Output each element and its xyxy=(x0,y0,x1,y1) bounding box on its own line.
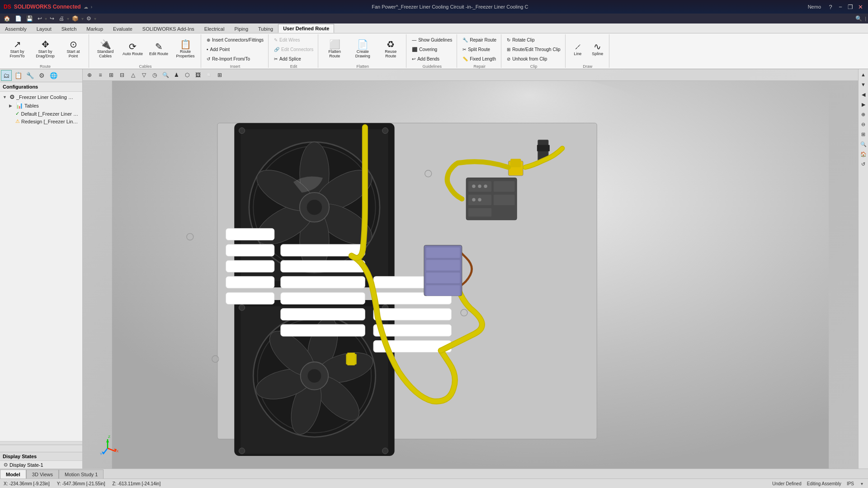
edit-route-btn[interactable]: ✎ Edit Route xyxy=(146,35,171,63)
start-drag-drop-btn[interactable]: ✥ Start by Drag/Drop xyxy=(32,35,59,63)
rp-btn-2[interactable]: ▼ xyxy=(859,80,868,89)
vt-photo-btn[interactable]: 🖼 xyxy=(193,70,203,80)
tab-layout[interactable]: Layout xyxy=(32,24,57,33)
home-btn[interactable]: 🏠 xyxy=(2,14,12,23)
tab-addins[interactable]: SOLIDWORKS Add-Ins xyxy=(137,24,199,33)
add-bends-btn[interactable]: ↩ Add Bends xyxy=(409,54,455,63)
undo-btn[interactable]: ↩ xyxy=(36,14,44,23)
edit-connectors-icon: 🔗 xyxy=(274,47,279,52)
tab-markup[interactable]: Markup xyxy=(81,24,108,33)
appearance-tab[interactable]: ⚙ xyxy=(36,70,47,81)
restore-btn[interactable]: ❐ xyxy=(846,3,854,11)
tab-sketch[interactable]: Sketch xyxy=(57,24,82,33)
vt-chess-btn[interactable]: ♟ xyxy=(171,70,181,80)
rp-btn-1[interactable]: ▲ xyxy=(859,70,868,79)
search-btn[interactable]: 🔍 xyxy=(854,14,864,23)
edit-wires-btn[interactable]: ✎ Edit Wires xyxy=(271,35,316,44)
display-states-panel: Display States ⊙ Display State-1 xyxy=(0,452,82,469)
display-states-header[interactable]: Display States xyxy=(0,452,82,461)
property-tab[interactable]: 📋 xyxy=(13,70,24,81)
rp-btn-9[interactable]: 🏠 xyxy=(859,150,868,159)
vt-hex-btn[interactable]: ⬡ xyxy=(182,70,192,80)
tab-assembly[interactable]: Assembly xyxy=(0,24,32,33)
route-edit-through-clip-btn[interactable]: ⊞ Route/Edit Through Clip xyxy=(504,45,563,54)
svg-rect-66 xyxy=(494,195,515,205)
tree-item-redesign[interactable]: ⚠ Redesign [_Freezer Liner Co xyxy=(1,117,81,125)
create-drawing-btn[interactable]: 📄 Create Drawing xyxy=(349,35,376,63)
reuse-route-btn[interactable]: ♻ Reuse Route xyxy=(377,35,404,63)
rp-btn-6[interactable]: ⊖ xyxy=(859,120,868,129)
rotate-clip-btn[interactable]: ↻ Rotate Clip xyxy=(504,35,563,44)
reimport-from-to-btn[interactable]: ↺ Re-Import From/To xyxy=(204,54,266,63)
route-properties-btn[interactable]: 📋 Route Properties xyxy=(172,35,199,63)
unhook-from-clip-btn[interactable]: ⊘ Unhook from Clip xyxy=(504,54,563,63)
edit-wires-icon: ✎ xyxy=(274,38,278,42)
left-scrollbar[interactable] xyxy=(0,441,82,445)
add-point-btn[interactable]: • Add Point xyxy=(204,45,266,54)
tab-evaluate[interactable]: Evaluate xyxy=(108,24,137,33)
start-at-point-btn[interactable]: ⊙ Start at Point xyxy=(60,35,87,63)
tab-model[interactable]: Model xyxy=(0,469,26,479)
add-splice-btn[interactable]: ✂ Add Splice xyxy=(271,54,316,63)
tab-user-defined-route[interactable]: User Defined Route xyxy=(278,24,334,33)
custom-tab[interactable]: 🌐 xyxy=(48,70,59,81)
vt-wireframe-btn[interactable]: ⊞ xyxy=(106,70,116,80)
minimize-btn[interactable]: − xyxy=(836,3,844,11)
flatten-route-btn[interactable]: ⬜ Flatten Route xyxy=(321,35,348,63)
rp-btn-10[interactable]: ↺ xyxy=(859,160,868,169)
tree-item-root[interactable]: ▼ ⚙ _Freezer Liner Cooling Circuit Confi xyxy=(1,93,81,101)
tab-piping[interactable]: Piping xyxy=(229,24,253,33)
rp-btn-3[interactable]: ◀ xyxy=(859,90,868,99)
vt-search-btn[interactable]: 🔍 xyxy=(160,70,170,80)
covering-btn[interactable]: ⬛ Covering xyxy=(409,45,455,54)
edit-wires-col: ✎ Edit Wires 🔗 Edit Connectors ✂ Add Spl… xyxy=(271,35,316,63)
tab-tubing[interactable]: Tubing xyxy=(253,24,278,33)
save-btn[interactable]: 💾 xyxy=(24,14,35,23)
close-btn[interactable]: ✕ xyxy=(856,3,864,11)
show-guidelines-btn[interactable]: — Show Guidelines xyxy=(409,35,455,44)
svg-point-35 xyxy=(382,448,388,454)
feature-tree-tab[interactable]: 🗂 xyxy=(1,70,12,81)
vt-zoom-btn[interactable]: ⊕ xyxy=(85,70,94,80)
print-btn[interactable]: 🖨 xyxy=(57,14,66,23)
vt-grid-btn[interactable]: ⊞ xyxy=(215,70,225,80)
rp-btn-7[interactable]: ⊞ xyxy=(859,130,868,139)
through-clip-label: Route/Edit Through Clip xyxy=(512,47,561,52)
vt-hidden-btn[interactable]: ▽ xyxy=(139,70,149,80)
reimport-icon: ↺ xyxy=(207,56,210,61)
rp-btn-8[interactable]: 🔍 xyxy=(859,140,868,149)
tree-label-tables: Tables xyxy=(24,103,39,108)
options-btn[interactable]: ⚙ xyxy=(85,14,93,23)
spline-btn[interactable]: ∿ Spline xyxy=(588,35,607,63)
rp-btn-5[interactable]: ⊕ xyxy=(859,110,868,119)
vt-rotate-btn[interactable]: ◷ xyxy=(150,70,160,80)
viewport[interactable]: ⊕ ≡ ⊞ ⊟ △ ▽ ◷ 🔍 ♟ ⬡ 🖼 ◽ ⊞ xyxy=(83,69,858,469)
tab-3d-views[interactable]: 3D Views xyxy=(26,469,59,479)
standard-cables-btn[interactable]: 🔌 Standard Cables xyxy=(92,35,119,63)
repair-route-btn[interactable]: 🔧 Repair Route xyxy=(460,35,499,44)
units-dropdown[interactable]: ▾ xyxy=(859,481,864,486)
start-from-to-btn[interactable]: ↗ Start by From/To xyxy=(4,35,31,63)
insert-connectors-btn[interactable]: ⊕ Insert Connectors/Fittings xyxy=(204,35,266,44)
cables-group-label: Cables xyxy=(92,63,199,69)
split-route-btn[interactable]: ✂ Split Route xyxy=(460,45,499,54)
tree-item-default[interactable]: ✓ Default [_Freezer Liner Coo xyxy=(1,110,81,117)
redo-btn[interactable]: ↪ xyxy=(48,14,56,23)
vt-list-btn[interactable]: ≡ xyxy=(95,70,105,80)
vt-shade-btn[interactable]: ⊟ xyxy=(117,70,127,80)
tab-motion-study[interactable]: Motion Study 1 xyxy=(59,469,104,479)
vt-square-btn[interactable]: ◽ xyxy=(204,70,214,80)
rebuild-btn[interactable]: 📦 xyxy=(70,14,80,23)
vt-section-btn[interactable]: △ xyxy=(128,70,138,80)
fixed-length-btn[interactable]: 📏 Fixed Length xyxy=(460,54,499,63)
line-btn[interactable]: ⟋ Line xyxy=(568,35,587,63)
display-state-item-1[interactable]: ⊙ Display State-1 xyxy=(0,461,82,469)
rp-btn-4[interactable]: ▶ xyxy=(859,100,868,109)
config-tab[interactable]: 🔧 xyxy=(24,70,35,81)
auto-route-btn[interactable]: ⟳ Auto Route xyxy=(120,35,146,63)
new-btn[interactable]: 📄 xyxy=(13,14,24,23)
tab-electrical[interactable]: Electrical xyxy=(199,24,230,33)
help-btn[interactable]: ? xyxy=(826,3,835,11)
tree-item-tables[interactable]: ▶ 📊 Tables xyxy=(1,101,81,110)
edit-connectors-btn[interactable]: 🔗 Edit Connectors xyxy=(271,45,316,54)
